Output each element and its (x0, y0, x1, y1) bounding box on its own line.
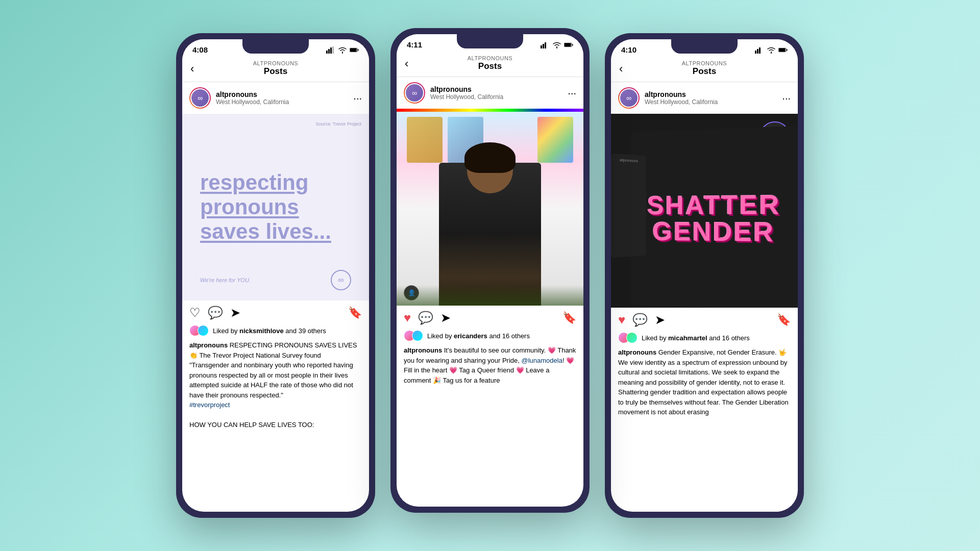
avatar-right: ∞ (618, 87, 640, 109)
nav-title-right: Posts (619, 66, 790, 77)
we-here-text: We're here for YOU. (200, 277, 251, 283)
main-text-left: respecting pronouns saves lives... (200, 170, 351, 244)
bookmark-button-right[interactable]: 🔖 (777, 313, 791, 327)
likes-by-right: micahmartel (668, 334, 707, 342)
nav-header-middle: ‹ ALTPRONOUNS Posts (397, 51, 583, 77)
bookmark-button-left[interactable]: 🔖 (348, 306, 362, 319)
person-hair (464, 142, 516, 173)
like-avatar-m-2 (412, 330, 423, 341)
share-button-left[interactable]: ➤ (230, 306, 240, 320)
shirt-back-label: altpronouns (611, 154, 646, 167)
user-info-middle: altpronouns West Hollywood, California (430, 85, 562, 101)
status-icons-right (755, 46, 788, 54)
phone-right: 4:10 (605, 33, 804, 518)
post-header-middle: ∞ altpronouns West Hollywood, California… (397, 77, 583, 109)
notch-middle (457, 34, 523, 48)
caption-bold-left: altpronouns (189, 341, 228, 349)
post-actions-left: ♡ 💬 ➤ 🔖 (182, 300, 369, 323)
likes-by-left: nicksmithlove (239, 327, 284, 335)
caption-bold-right: altpronouns (618, 348, 656, 356)
user-info-right: altpronouns West Hollywood, California (645, 90, 777, 106)
avatar-left: ∞ (189, 87, 211, 109)
status-bar-middle: 4:11 (397, 34, 583, 51)
likes-row-right: Liked by micahmartel and 16 others (611, 330, 798, 345)
battery-icon-middle (564, 41, 573, 48)
svg-rect-11 (565, 43, 571, 46)
post-image-left: Source: Trevor Project respecting pronou… (182, 114, 369, 300)
caption-middle: altpronouns It's beautiful to see our co… (397, 343, 583, 389)
more-button-left[interactable]: ··· (353, 92, 362, 104)
caption-extra-left: HOW YOU CAN HELP SAVE LIVES TOO: (189, 421, 314, 429)
username-middle: altpronouns (430, 85, 562, 93)
shirt-back: altpronouns (611, 154, 646, 258)
back-button-middle[interactable]: ‹ (405, 57, 408, 70)
svg-rect-15 (759, 47, 761, 54)
comment-button-right[interactable]: 💬 (632, 313, 648, 327)
post-scroll-middle[interactable]: ∞ altpronouns West Hollywood, California… (397, 77, 583, 507)
status-icons-middle (541, 41, 573, 48)
post-scroll-left[interactable]: ∞ altpronouns West Hollywood, California… (182, 82, 369, 512)
signal-icon-middle (541, 41, 550, 48)
time-right: 4:10 (621, 45, 636, 54)
comment-button-middle[interactable]: 💬 (418, 311, 433, 325)
svg-rect-17 (779, 48, 786, 52)
svg-rect-2 (330, 47, 332, 54)
likes-row-middle: Liked by ericanders and 16 others (397, 328, 583, 343)
text-line-2: pronouns (200, 195, 351, 219)
like-button-right[interactable]: ♥ (618, 313, 625, 327)
more-button-middle[interactable]: ··· (568, 87, 576, 99)
back-button-left[interactable]: ‹ (190, 62, 194, 76)
post-image-right: ∞ SHATTER GENDER altpronouns (611, 114, 798, 308)
bookmark-button-middle[interactable]: 🔖 (562, 311, 576, 324)
avatar-inner-left: ∞ (191, 89, 209, 107)
status-icons-left (326, 46, 359, 54)
signal-icon-right (755, 46, 764, 54)
shirt-container: SHATTER GENDER (630, 126, 798, 308)
svg-rect-3 (332, 46, 334, 54)
user-info-left: altpronouns West Hollywood, California (216, 90, 348, 106)
shatter-text: SHATTER GENDER (630, 191, 798, 246)
share-button-right[interactable]: ➤ (655, 313, 665, 327)
like-button-left[interactable]: ♡ (189, 306, 201, 320)
svg-rect-14 (757, 49, 758, 54)
notch-right (671, 39, 738, 54)
post-scroll-right[interactable]: ∞ altpronouns West Hollywood, California… (611, 82, 798, 512)
post-actions-middle: ♥ 💬 ➤ 🔖 (397, 306, 583, 328)
svg-rect-12 (572, 44, 573, 45)
nav-header-left: ‹ ALTPRONOUNS Posts (182, 56, 369, 82)
comment-button-left[interactable]: 💬 (208, 306, 223, 320)
infinity-logo-left: ∞ (331, 270, 351, 290)
painting-1 (407, 117, 443, 163)
caption-bold-middle: altpronouns (404, 346, 442, 354)
post-header-left: ∞ altpronouns West Hollywood, California… (182, 82, 369, 114)
caption-text-right: Gender Expansive, not Gender Erasure. 🤟 … (618, 348, 789, 416)
likes-row-left: Liked by nicksmithlove and 39 others (182, 323, 369, 338)
time-middle: 4:11 (407, 40, 422, 49)
like-avatars-right (618, 332, 634, 343)
share-button-middle[interactable]: ➤ (440, 311, 451, 325)
like-button-middle[interactable]: ♥ (404, 311, 411, 325)
likes-text-right: Liked by micahmartel and 16 others (642, 334, 750, 342)
hashtag-left[interactable]: #trevorproject (189, 401, 230, 409)
avatar-inner-middle: ∞ (406, 84, 423, 102)
mention-middle[interactable]: @lunamodela (522, 357, 562, 364)
nav-header-right: ‹ ALTPRONOUNS Posts (611, 56, 798, 82)
back-button-right[interactable]: ‹ (619, 62, 623, 76)
post-header-right: ∞ altpronouns West Hollywood, California… (611, 82, 798, 114)
likes-count-right: 16 others (722, 334, 750, 342)
location-middle: West Hollywood, California (430, 93, 562, 101)
like-avatars-middle (404, 330, 420, 341)
nav-title-middle: Posts (405, 61, 575, 71)
notch-left (242, 39, 309, 54)
phones-container: 4:08 (176, 33, 804, 518)
avatar-middle: ∞ (404, 82, 425, 104)
svg-rect-1 (328, 49, 330, 54)
nav-account-left: ALTPRONOUNS (190, 60, 361, 66)
bottom-bar-left: We're here for YOU. ∞ (182, 270, 369, 290)
status-bar-left: 4:08 (182, 39, 369, 56)
status-bar-right: 4:10 (611, 39, 798, 56)
username-right: altpronouns (645, 90, 777, 98)
avatar-inner-right: ∞ (620, 89, 638, 107)
like-avatar-2 (198, 325, 209, 336)
more-button-right[interactable]: ··· (782, 92, 791, 104)
